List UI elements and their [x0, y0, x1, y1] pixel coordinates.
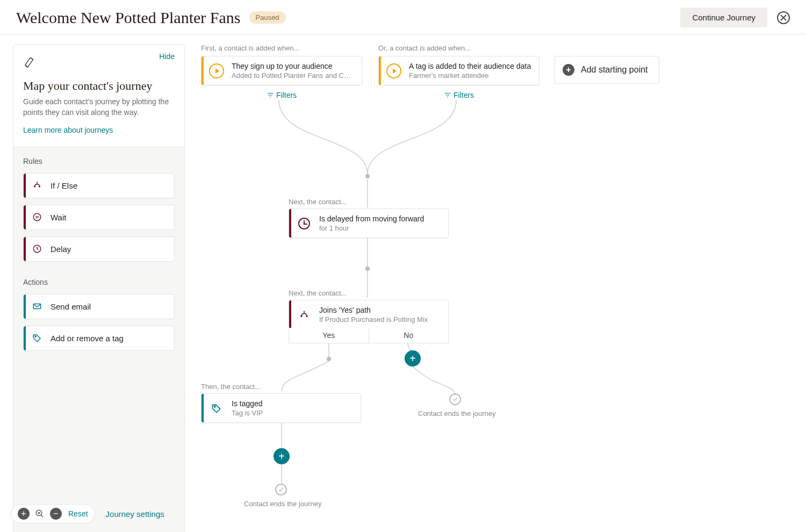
- card-title: A tag is added to their audience data: [409, 62, 531, 70]
- ends-journey-right: Contact ends the journey: [418, 409, 496, 418]
- journey-settings-link[interactable]: Journey settings: [106, 509, 164, 519]
- add-step-node-no[interactable]: +: [405, 350, 421, 366]
- filters-link-2[interactable]: Filters: [444, 91, 474, 99]
- connector-dot: [327, 357, 331, 361]
- card-subtitle: Tag is VIP: [232, 409, 353, 417]
- filters-link-1[interactable]: Filters: [267, 91, 297, 99]
- rule-wait[interactable]: Wait: [23, 205, 175, 230]
- starting-point-card-tag[interactable]: A tag is added to their audience data Fa…: [378, 56, 539, 85]
- connector-dot: [365, 267, 370, 271]
- card-title: They sign up to your audience: [232, 62, 354, 70]
- zoom-fit-button[interactable]: +: [18, 508, 30, 520]
- end-check-icon: [449, 393, 461, 405]
- next-label-2: Next, the contact...: [289, 289, 347, 297]
- plus-icon: +: [563, 64, 574, 76]
- clock-icon: [298, 218, 310, 229]
- connector-dot: [365, 174, 370, 178]
- tag-icon: [202, 394, 232, 422]
- card-title: Is delayed from moving forward: [319, 214, 441, 223]
- then-label: Then, the contact...: [201, 383, 261, 391]
- play-icon: [386, 63, 401, 78]
- action-send-email[interactable]: Send email: [23, 294, 175, 319]
- add-start-label: Add starting point: [581, 65, 648, 75]
- zoom-in-icon[interactable]: [34, 508, 46, 520]
- start-label-or: Or, a contact is added when...: [378, 44, 471, 52]
- svg-point-0: [27, 67, 27, 67]
- journey-title: Welcome New Potted Planter Fans: [16, 9, 241, 27]
- svg-point-6: [214, 406, 215, 407]
- rules-section-label: Rules: [13, 147, 184, 173]
- bottom-controls: + − Reset Journey settings: [11, 504, 164, 523]
- journey-canvas[interactable]: First, a contact is added when... Or, a …: [185, 34, 806, 532]
- start-label-first: First, a contact is added when...: [201, 44, 300, 52]
- action-label: Add or remove a tag: [51, 334, 124, 343]
- rule-label: Delay: [51, 245, 71, 254]
- delay-icon: [32, 244, 42, 254]
- card-title: Joins 'Yes' path: [319, 306, 441, 314]
- card-subtitle: Added to Potted Planter Fans and Custo..…: [232, 71, 354, 80]
- branch-icon: [289, 300, 319, 329]
- svg-point-5: [35, 336, 36, 337]
- if-else-icon: [32, 181, 42, 190]
- delay-card[interactable]: Is delayed from moving forward for 1 hou…: [289, 209, 449, 238]
- tagged-card[interactable]: Is tagged Tag is VIP: [201, 393, 361, 423]
- sidebar-heading: Map your contact's journey: [23, 79, 175, 93]
- starting-point-card-signup[interactable]: They sign up to your audience Added to P…: [201, 56, 362, 85]
- close-icon[interactable]: [777, 11, 790, 24]
- ends-journey-left: Contact ends the journey: [244, 500, 322, 508]
- if-else-card[interactable]: Joins 'Yes' path If Product Purchased is…: [289, 300, 449, 329]
- end-check-icon: [275, 484, 287, 495]
- svg-point-2: [33, 213, 41, 221]
- wait-icon: [32, 212, 42, 222]
- action-add-remove-tag[interactable]: Add or remove a tag: [23, 326, 175, 351]
- branch-no[interactable]: No: [369, 328, 449, 343]
- rule-delay[interactable]: Delay: [23, 236, 175, 262]
- card-subtitle: for 1 hour: [319, 224, 441, 232]
- card-title: Is tagged: [232, 399, 353, 408]
- rule-label: If / Else: [51, 181, 77, 190]
- sidebar-panel: Hide Map your contact's journey Guide ea…: [13, 44, 185, 532]
- rule-if-else[interactable]: If / Else: [23, 173, 175, 198]
- rule-label: Wait: [51, 213, 66, 222]
- email-icon: [32, 301, 42, 311]
- play-icon: [209, 63, 224, 78]
- learn-more-link[interactable]: Learn more about journeys: [23, 126, 113, 134]
- card-subtitle: If Product Purchased is Potting Mix: [319, 315, 441, 323]
- add-step-node-yes[interactable]: +: [274, 448, 290, 464]
- actions-section-label: Actions: [13, 268, 184, 294]
- hide-sidebar-link[interactable]: Hide: [159, 52, 175, 61]
- action-label: Send email: [51, 302, 91, 311]
- status-badge: Paused: [249, 11, 286, 24]
- zoom-out-button[interactable]: −: [50, 508, 62, 520]
- tag-icon: [32, 333, 42, 343]
- next-label-1: Next, the contact...: [289, 198, 347, 206]
- card-subtitle: Farmer's market attendee: [409, 71, 531, 80]
- page-header: Welcome New Potted Planter Fans Paused C…: [0, 0, 806, 34]
- continue-journey-button[interactable]: Continue Journey: [680, 8, 767, 27]
- branch-yes[interactable]: Yes: [289, 328, 369, 343]
- svg-point-1: [26, 66, 26, 66]
- add-starting-point-button[interactable]: + Add starting point: [555, 56, 659, 84]
- pencil-icon: [21, 53, 38, 73]
- sidebar-subtext: Guide each contact's journey by plotting…: [23, 96, 175, 118]
- branch-bar: Yes No: [289, 328, 449, 343]
- reset-view-link[interactable]: Reset: [68, 509, 88, 518]
